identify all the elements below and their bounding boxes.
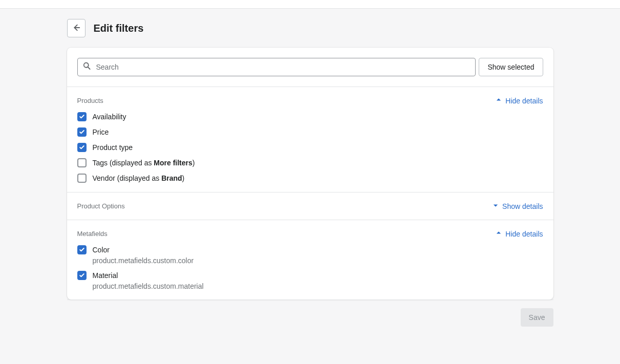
filter-label: Vendor (displayed as Brand)	[93, 174, 185, 183]
search-wrapper	[77, 58, 476, 76]
filter-item-price: Price	[77, 127, 543, 137]
metafields-filter-list: Color product.metafields.custom.color Ma…	[77, 245, 543, 290]
products-filter-list: Availability Price Product	[77, 112, 543, 183]
top-bar	[0, 0, 620, 9]
section-products-head: Products Hide details	[77, 96, 543, 105]
filter-sub: product.metafields.custom.color	[93, 256, 194, 265]
filter-label-wrap: Product type	[93, 143, 133, 152]
filter-item-vendor: Vendor (displayed as Brand)	[77, 174, 543, 183]
filter-label-wrap: Availability	[93, 112, 126, 121]
page-footer: Save	[67, 299, 553, 335]
section-metafields-title: Metafields	[77, 230, 108, 238]
chevron-up-icon	[495, 229, 502, 238]
checkbox-vendor[interactable]	[77, 174, 87, 183]
filter-item-availability: Availability	[77, 112, 543, 121]
page-header: Edit filters	[67, 19, 553, 37]
section-products-title: Products	[77, 97, 103, 104]
section-products: Products Hide details Availability	[67, 87, 553, 192]
filter-label: Price	[93, 127, 109, 137]
checkbox-color[interactable]	[77, 245, 87, 254]
products-toggle-label: Hide details	[505, 97, 543, 105]
section-product-options-title: Product Options	[77, 202, 125, 210]
section-metafields-head: Metafields Hide details	[77, 229, 543, 238]
save-button[interactable]: Save	[521, 308, 553, 327]
back-button[interactable]	[67, 19, 85, 37]
filter-label: Material	[93, 271, 204, 280]
section-metafields: Metafields Hide details Color product.me…	[67, 220, 553, 299]
filter-label: Product type	[93, 143, 133, 152]
filter-label-wrap: Color product.metafields.custom.color	[93, 245, 194, 265]
checkbox-tags[interactable]	[77, 158, 87, 167]
checkbox-price[interactable]	[77, 127, 87, 137]
page-container: Edit filters Show selected Products	[67, 9, 553, 350]
metafields-toggle-label: Hide details	[505, 230, 543, 238]
filter-item-tags: Tags (displayed as More filters)	[77, 158, 543, 167]
page-title: Edit filters	[94, 23, 144, 34]
product-options-toggle-label: Show details	[502, 202, 543, 210]
filter-label-wrap: Price	[93, 127, 109, 137]
checkbox-material[interactable]	[77, 271, 87, 280]
filter-label: Color	[93, 245, 194, 254]
chevron-up-icon	[495, 96, 502, 105]
filter-item-product-type: Product type	[77, 143, 543, 152]
section-product-options: Product Options Show details	[67, 192, 553, 220]
filter-label-wrap: Tags (displayed as More filters)	[93, 158, 195, 167]
product-options-toggle-button[interactable]: Show details	[492, 202, 543, 210]
filter-label: Tags (displayed as More filters)	[93, 158, 195, 167]
filter-item-color: Color product.metafields.custom.color	[77, 245, 543, 265]
filter-item-material: Material product.metafields.custom.mater…	[77, 271, 543, 290]
products-toggle-button[interactable]: Hide details	[495, 96, 543, 105]
chevron-down-icon	[492, 202, 499, 210]
filter-sub: product.metafields.custom.material	[93, 282, 204, 290]
search-row: Show selected	[67, 48, 553, 87]
arrow-left-icon	[72, 23, 81, 34]
section-product-options-head: Product Options Show details	[77, 202, 543, 210]
filter-label-wrap: Material product.metafields.custom.mater…	[93, 271, 204, 290]
filters-card: Show selected Products Hide details	[67, 48, 553, 299]
search-input[interactable]	[77, 58, 476, 76]
checkbox-availability[interactable]	[77, 112, 87, 121]
checkbox-product-type[interactable]	[77, 143, 87, 152]
show-selected-button[interactable]: Show selected	[479, 58, 543, 76]
filter-label: Availability	[93, 112, 126, 121]
metafields-toggle-button[interactable]: Hide details	[495, 229, 543, 238]
filter-label-wrap: Vendor (displayed as Brand)	[93, 174, 185, 183]
